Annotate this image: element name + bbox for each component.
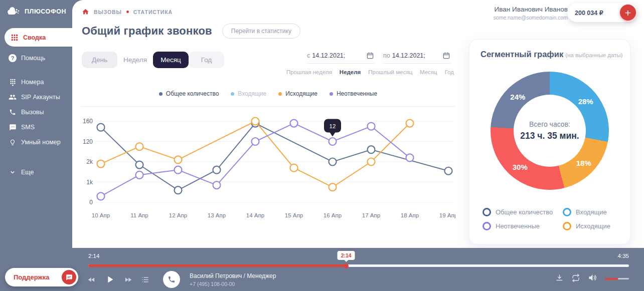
quick-last-month[interactable]: Прошлый месяц	[368, 69, 412, 75]
app: ПЛЮСОФОН Сводка ? Помощь Номера SIP Акка…	[0, 0, 644, 291]
quick-month[interactable]: Месяц	[420, 69, 437, 75]
quick-last-week[interactable]: Прошлая неделя	[286, 69, 332, 75]
balance-amount: 200 034 ₽	[575, 9, 603, 17]
title-row: Общий график звонков Перейти в статистик…	[82, 24, 300, 39]
legend-dot	[330, 92, 333, 96]
legend-item[interactable]: Общее количество	[159, 90, 219, 97]
date-from-prefix: с	[307, 52, 310, 59]
player-controls: Василий Петрович / Менеджер +7 (495) 108…	[87, 271, 276, 288]
sidebar-item-help[interactable]: ? Помощь	[0, 51, 72, 66]
svg-text:12 Апр: 12 Апр	[169, 212, 187, 218]
sidebar-item-smart-number[interactable]: Умный номер	[0, 135, 72, 150]
phone-icon	[168, 275, 176, 283]
volume-level	[605, 278, 618, 280]
progress-tooltip: 2:14	[338, 251, 355, 260]
sidebar-item-numbers[interactable]: Номера	[0, 75, 72, 90]
speaker-icon	[588, 273, 597, 282]
donut-center: Всего часов: 213 ч. 35 мин.	[514, 95, 586, 167]
donut-slice-label: 24%	[510, 93, 525, 101]
caller-info: Василий Петрович / Менеджер +7 (495) 108…	[190, 272, 276, 287]
legend-item[interactable]: Неотвеченные	[330, 90, 377, 97]
segment-legend-item[interactable]: Входящие	[563, 206, 610, 218]
volume-button[interactable]	[588, 273, 597, 284]
user-name: Иван Иванович Иванов	[494, 6, 568, 13]
home-icon[interactable]	[82, 8, 89, 16]
quick-week[interactable]: Неделя	[340, 69, 361, 75]
player-right-controls	[555, 273, 629, 284]
volume-slider[interactable]	[605, 278, 629, 280]
repeat-icon	[571, 273, 580, 282]
queue-button[interactable]	[141, 275, 149, 284]
add-funds-button[interactable]: +	[620, 5, 636, 21]
sidebar-item-label: Помощь	[21, 55, 45, 62]
segment-legend-item[interactable]: Неотвеченные	[482, 220, 563, 232]
rewind-button[interactable]	[87, 275, 96, 284]
goto-statistics-button[interactable]: Перейти в статистику	[222, 24, 300, 39]
tab-month[interactable]: Месяц	[153, 52, 189, 68]
rewind-icon	[87, 275, 96, 284]
download-button[interactable]	[555, 273, 564, 284]
donut-center-label: Всего часов:	[529, 120, 570, 128]
caller-avatar	[163, 271, 180, 288]
legend-label: Неотвеченные	[337, 90, 377, 97]
brand-name: ПЛЮСОФОН	[25, 8, 66, 15]
segment-legend-label: Общее количество	[496, 208, 553, 216]
sidebar-item-sms[interactable]: SMS	[0, 120, 72, 135]
sidebar-item-label: SMS	[21, 124, 35, 131]
balance-pill[interactable]: 200 034 ₽ +	[567, 3, 637, 22]
support-chat-icon	[62, 270, 76, 284]
legend-ring-icon	[563, 208, 571, 216]
breadcrumb-statistics[interactable]: СТАТИСТИКА	[133, 9, 173, 15]
date-to-field[interactable]: по14.12.2021;	[383, 52, 450, 64]
volume-track	[618, 278, 629, 279]
svg-text:160: 160	[83, 118, 93, 125]
plusofon-cloud-icon	[7, 7, 22, 16]
fast-forward-button[interactable]	[124, 275, 132, 284]
legend-item[interactable]: Входящие	[231, 90, 266, 97]
sidebar-item-calls[interactable]: Вызовы	[0, 105, 72, 120]
date-from-field[interactable]: с14.12.2021;	[307, 52, 374, 64]
segment-chart-card: Сегментный график(на выбранные даты) 28%…	[469, 39, 630, 244]
playlist-icon	[141, 275, 149, 284]
sidebar-item-more[interactable]: Еще	[0, 165, 72, 180]
svg-text:19 Апр: 19 Апр	[439, 212, 455, 218]
main-content: ВЫЗОВЫ СТАТИСТИКА Иван Иванович Иванов s…	[72, 0, 644, 248]
legend-dot	[159, 92, 163, 96]
play-button[interactable]	[104, 274, 115, 285]
sidebar-item-svodka[interactable]: Сводка	[5, 28, 72, 47]
brand-logo: ПЛЮСОФОН	[0, 0, 72, 16]
calendar-icon[interactable]	[366, 52, 374, 60]
tab-year[interactable]: Год	[189, 52, 224, 68]
tab-week[interactable]: Неделя	[117, 52, 153, 68]
segment-legend-item[interactable]: Общее количество	[482, 206, 563, 218]
segment-legend-label: Входящие	[576, 208, 607, 216]
svg-text:2k: 2k	[86, 158, 93, 165]
donut-slice-label: 30%	[513, 162, 528, 171]
period-tabs: День Неделя Месяц Год	[82, 52, 224, 68]
svg-text:14 Апр: 14 Апр	[246, 212, 264, 218]
progress-bar[interactable]: 2:14	[88, 264, 629, 267]
donut-slice-label: 28%	[578, 97, 593, 105]
repeat-button[interactable]	[571, 273, 580, 284]
bulb-icon	[9, 138, 17, 146]
support-button[interactable]: Поддержка	[5, 268, 78, 286]
legend-item[interactable]: Исходящие	[278, 90, 317, 97]
sidebar-item-sip[interactable]: SIP Аккаунты	[0, 90, 72, 105]
calls-line-chart[interactable]: 01k2k12016010 Апр11 Апр12 Апр13 Апр14 Ап…	[81, 111, 455, 228]
breadcrumb: ВЫЗОВЫ СТАТИСТИКА	[82, 8, 173, 16]
svg-text:15 Апр: 15 Апр	[285, 212, 303, 218]
progress-thumb[interactable]	[344, 263, 349, 268]
svg-text:1k: 1k	[86, 179, 93, 186]
chart-legend: Общее количествоВходящиеИсходящиеНеотвеч…	[81, 90, 455, 97]
legend-ring-icon	[482, 222, 491, 230]
quick-year[interactable]: Год	[445, 69, 454, 75]
progress-fill	[88, 264, 346, 267]
segment-legend-item[interactable]: Исходящие	[563, 220, 610, 232]
segment-card-title: Сегментный график(на выбранные даты)	[480, 50, 630, 59]
calendar-icon[interactable]	[442, 52, 450, 60]
tab-day[interactable]: День	[82, 52, 117, 68]
legend-ring-icon	[563, 222, 571, 230]
sidebar-item-label: Умный номер	[21, 139, 61, 146]
users-icon	[9, 93, 17, 101]
breadcrumb-calls[interactable]: ВЫЗОВЫ	[94, 9, 122, 15]
